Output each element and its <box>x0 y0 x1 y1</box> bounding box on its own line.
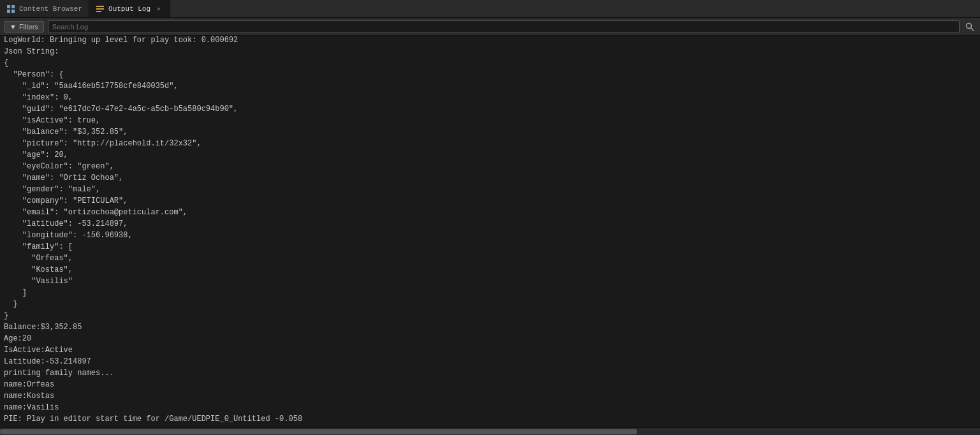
scrollbar-track[interactable] <box>0 429 980 434</box>
log-line: "Person": { <box>4 69 976 80</box>
log-line: printing family names... <box>4 367 976 379</box>
horizontal-scrollbar[interactable] <box>0 427 980 435</box>
log-line: name:Orfeas <box>4 379 976 390</box>
log-line: "guid": "e617dc7d-47e2-4a5c-a5cb-b5a580c… <box>4 103 976 115</box>
svg-rect-1 <box>11 5 15 8</box>
filters-label: Filters <box>19 23 38 31</box>
search-icon[interactable] <box>963 20 976 33</box>
log-line: } <box>4 299 976 310</box>
log-area[interactable]: LogPlayLevel: Creating play world packag… <box>0 36 980 427</box>
log-line: "index": 0, <box>4 92 976 103</box>
tab-content-browser-label: Content Browser <box>19 5 82 13</box>
tab-close-button[interactable]: ✕ <box>154 4 163 13</box>
svg-line-8 <box>971 27 974 31</box>
log-line: LogWorld: Bringing up level for play too… <box>4 36 976 46</box>
log-line: Balance:$3,352.85 <box>4 321 976 333</box>
log-line: "company": "PETICULAR", <box>4 195 976 207</box>
log-line: "gender": "male", <box>4 184 976 195</box>
svg-rect-2 <box>7 10 10 13</box>
log-line: "email": "ortizochoa@peticular.com", <box>4 207 976 218</box>
log-line: "_id": "5aa416eb517758cfe840035d", <box>4 80 976 92</box>
toolbar: ▼ Filters <box>0 18 980 36</box>
grid-icon <box>6 4 15 13</box>
log-line: { <box>4 57 976 69</box>
log-line: name:Vasilis <box>4 402 976 413</box>
tab-output-log[interactable]: Output Log ✕ <box>89 0 170 17</box>
log-line: ] <box>4 287 976 299</box>
log-line: PIE: Play in editor start time for /Game… <box>4 413 976 425</box>
log-line: "latitude": -53.214897, <box>4 218 976 230</box>
log-line: "family": [ <box>4 241 976 253</box>
log-line: IsActive:Active <box>4 344 976 356</box>
filters-button[interactable]: ▼ Filters <box>4 21 44 33</box>
log-line: Json String: <box>4 46 976 57</box>
log-line: "age": 20, <box>4 149 976 161</box>
tab-output-log-label: Output Log <box>108 5 150 13</box>
log-line: Latitude:-53.214897 <box>4 356 976 367</box>
svg-rect-3 <box>11 10 15 13</box>
svg-rect-4 <box>96 6 104 7</box>
log-line: } <box>4 310 976 321</box>
log-line: Age:20 <box>4 333 976 344</box>
svg-rect-0 <box>7 5 10 8</box>
log-line: "Orfeas", <box>4 253 976 264</box>
log-line: "Vasilis" <box>4 276 976 287</box>
log-line: "balance": "$3,352.85", <box>4 126 976 138</box>
log-line: "name": "Ortiz Ochoa", <box>4 172 976 184</box>
filter-icon: ▼ <box>10 23 17 31</box>
log-icon <box>96 4 105 13</box>
log-line: "eyeColor": "green", <box>4 161 976 172</box>
svg-rect-5 <box>96 8 104 10</box>
svg-point-7 <box>967 23 972 28</box>
scrollbar-thumb[interactable] <box>0 429 637 434</box>
log-line: "longitude": -156.96938, <box>4 230 976 241</box>
tab-content-browser[interactable]: Content Browser <box>0 0 89 17</box>
log-line: "Kostas", <box>4 264 976 276</box>
svg-rect-6 <box>96 11 101 12</box>
log-line: "isActive": true, <box>4 115 976 126</box>
log-line: name:Kostas <box>4 390 976 402</box>
search-input[interactable] <box>48 20 960 33</box>
log-line: "picture": "http://placehold.it/32x32", <box>4 138 976 149</box>
tab-bar: Content Browser Output Log ✕ <box>0 0 980 18</box>
